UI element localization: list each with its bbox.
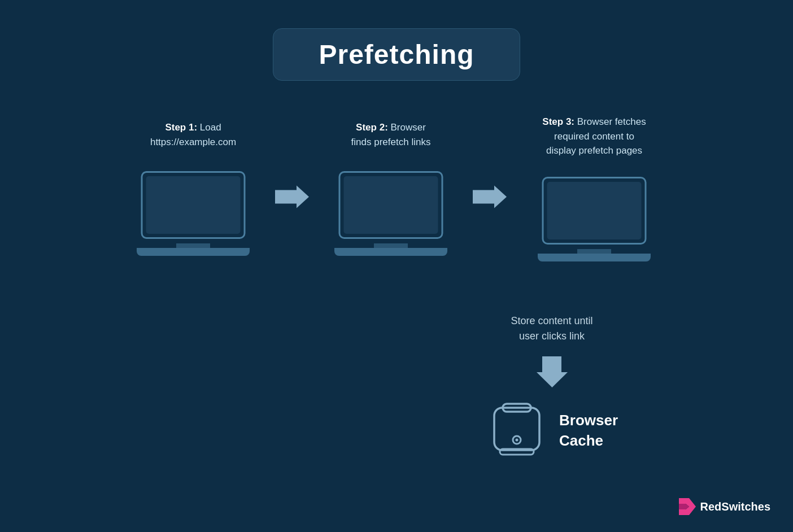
step-2-label: Step 2: Browser finds prefetch links	[351, 120, 431, 154]
step-3-block: Step 3: Browser fetches required content…	[509, 115, 679, 261]
laptop-3	[538, 177, 651, 261]
store-text: Store content until user clicks link	[511, 313, 592, 344]
laptop-2	[334, 171, 447, 256]
title-box: Prefetching	[273, 28, 520, 81]
page-title: Prefetching	[319, 40, 474, 69]
redswitches-logo: RedSwitches	[679, 498, 770, 515]
svg-marker-1	[473, 185, 507, 208]
step-1-block: Step 1: Load https://example.com	[114, 120, 272, 256]
arrow-1	[272, 182, 312, 211]
laptop-1-screen	[141, 171, 246, 239]
arrow-down-icon	[537, 356, 568, 390]
cache-label: Browser Cache	[559, 410, 618, 451]
arrow-right-icon	[275, 184, 309, 210]
logo-label: RedSwitches	[700, 500, 770, 513]
arrow-2	[470, 182, 509, 211]
arrow-right-icon-2	[473, 184, 507, 210]
step-2-block: Step 2: Browser finds prefetch links	[312, 120, 470, 256]
step-3-label: Step 3: Browser fetches required content…	[521, 115, 668, 160]
drive-section: Browser Cache	[486, 399, 618, 461]
step-1-label: Step 1: Load https://example.com	[150, 120, 236, 154]
laptop-3-screen	[542, 177, 647, 245]
laptop-1	[137, 171, 250, 256]
bottom-section: Store content until user clicks link Bro…	[486, 313, 618, 461]
svg-marker-2	[537, 356, 568, 387]
page-wrapper: Prefetching Step 1: Load https://example…	[0, 0, 793, 532]
browser-cache-icon	[486, 399, 548, 461]
svg-point-7	[516, 439, 518, 442]
laptop-2-screen	[339, 171, 443, 239]
steps-row: Step 1: Load https://example.com Step 2:…	[0, 115, 793, 261]
redswitches-logo-icon	[679, 498, 696, 515]
svg-rect-5	[500, 449, 534, 455]
svg-marker-0	[275, 185, 309, 208]
